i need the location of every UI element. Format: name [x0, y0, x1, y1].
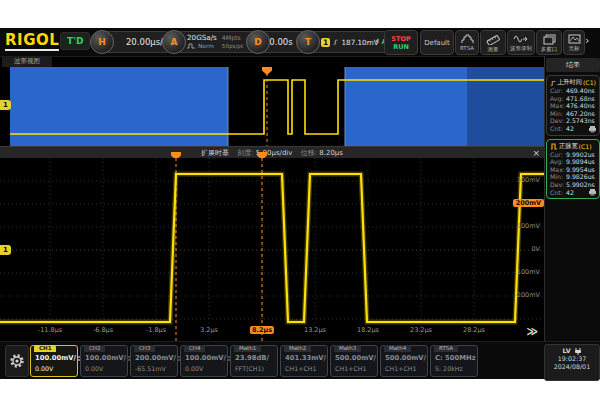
- overview-waveform: [0, 67, 544, 146]
- stop-label: STOP: [391, 35, 410, 43]
- channel-box-ch2[interactable]: CH2 100.00mV/ 0.00V: [80, 345, 128, 377]
- settings-button[interactable]: [5, 345, 29, 377]
- channel-tab: Math2: [284, 345, 311, 352]
- screenshot-root: RIGOL T'D 20.00μs/ H 20GSa/s Norm 4Mpts …: [0, 0, 600, 400]
- rtsa-spectrum-icon: [461, 34, 474, 44]
- waveform-view-tab-label: 波形视图: [14, 57, 40, 66]
- channel-box-ch4[interactable]: CH4 100.00mV/ 0.00V: [180, 345, 228, 377]
- trigger-knob-button[interactable]: T: [296, 30, 320, 54]
- expand-chevron[interactable]: ›: [585, 34, 589, 47]
- time-label-3: 3.2μs: [200, 326, 218, 334]
- channel-box-math4[interactable]: Math4 500.00mV/ CH1+CH1: [380, 345, 428, 377]
- default-label: Default: [424, 39, 450, 47]
- volt-label-300mv: 300mV: [517, 176, 540, 184]
- time-label-8: 28.2μs: [463, 326, 485, 334]
- channel-tab: CH1: [34, 345, 56, 352]
- overview-strip[interactable]: 1: [0, 67, 544, 146]
- channel-box-ch1[interactable]: CH1 100.00mV/ 0.00V: [30, 345, 78, 377]
- expanded-channel1-tag[interactable]: 1: [0, 245, 11, 255]
- channel-scale: 200.00mV/: [135, 354, 176, 362]
- measurement-card-risetime[interactable]: 上升时间(C1) Cur:469.40ns Avg:471.68ns Max:4…: [546, 75, 600, 136]
- oscilloscope-ui: RIGOL T'D 20.00μs/ H 20GSa/s Norm 4Mpts …: [0, 28, 600, 378]
- collapse-chevron[interactable]: ‹: [375, 34, 379, 47]
- volt-label-0v: 0V: [531, 245, 540, 253]
- channel-tab: Math1: [234, 345, 261, 352]
- row-label: Dev:: [550, 181, 566, 189]
- plug-icon: [574, 348, 582, 355]
- trigger-level-value: 187.10mV: [342, 38, 379, 47]
- record-label: 波形录制: [510, 45, 532, 51]
- offset-value: 8.20μs: [319, 149, 343, 157]
- channel-box-rtsa[interactable]: RTSA C: 500MHz S: 20kHz: [430, 345, 478, 377]
- channel-offset: CH1+CH1: [285, 365, 317, 372]
- stop-run-button[interactable]: STOP RUN: [384, 30, 418, 55]
- row-label: Dev:: [550, 117, 566, 125]
- record-button[interactable]: 波形录制: [507, 30, 535, 55]
- row-label: Min:: [550, 110, 566, 118]
- horizontal-delay-value: 0.00s: [269, 37, 292, 47]
- sample-interval-value: 50ps/pt: [222, 42, 243, 50]
- waveform-view-tab[interactable]: 波形视图: [2, 56, 52, 67]
- cursor-label: 光标: [569, 45, 580, 51]
- clock-time: 19:02:37: [545, 355, 599, 363]
- channel-offset: -65.51mV: [135, 365, 166, 372]
- trigger-level-tag[interactable]: 200mV: [513, 199, 544, 207]
- measurement-card-pulsewidth[interactable]: 正脉宽(C1) Cur:9.9902us Avg:9.9894us Max:9.…: [546, 139, 600, 200]
- channel-offset: 0.00V: [85, 365, 103, 372]
- time-label-1: -6.8μs: [93, 326, 113, 334]
- rigol-logo: RIGOL: [5, 32, 59, 51]
- cursor-button[interactable]: 光标: [563, 30, 585, 55]
- multi-window-label: 多窗口: [541, 46, 558, 52]
- gear-icon: [9, 353, 25, 369]
- memory-depth-value: 4Mpts: [222, 34, 243, 42]
- row-label: Min:: [550, 173, 566, 181]
- channel-scale: 500.00mV/: [385, 354, 426, 362]
- top-toolbar: RIGOL T'D 20.00μs/ H 20GSa/s Norm 4Mpts …: [0, 28, 600, 57]
- expanded-waveform: [0, 158, 544, 341]
- row-label: Max:: [550, 102, 566, 110]
- system-status-box[interactable]: LV 19:02:37 2024/08/01: [544, 344, 600, 381]
- square-wave-icon: [187, 43, 196, 49]
- printer-icon[interactable]: [588, 188, 597, 196]
- measure-label: 测量: [488, 46, 499, 52]
- default-button[interactable]: Default: [420, 30, 454, 55]
- card-source: (C1): [579, 143, 592, 150]
- expanded-timebase-title: 扩展时基: [201, 149, 229, 157]
- channel-scale: 401.33mV/: [285, 354, 326, 362]
- offset-label: 位移:: [301, 149, 317, 157]
- channel-box-math2[interactable]: Math2 401.33mV/ CH1+CH1: [280, 345, 328, 377]
- delay-knob-button[interactable]: D: [246, 30, 270, 54]
- row-value: 9.9902us: [566, 151, 595, 159]
- row-value: 476.40ns: [566, 102, 595, 110]
- expanded-view[interactable]: 300mV 200mV 100mV 0V -100mV -200mV -11.8…: [0, 158, 544, 341]
- channel-offset: FFT(CH1): [235, 365, 264, 372]
- horizontal-knob-button[interactable]: H: [90, 30, 114, 54]
- multi-window-button[interactable]: 多窗口: [536, 30, 562, 55]
- time-label-7: 23.2μs: [410, 326, 432, 334]
- channel-scale: 500.00mV/: [335, 354, 376, 362]
- rise-time-icon: [550, 79, 556, 87]
- acquire-knob-button[interactable]: A: [162, 30, 186, 54]
- overview-channel1-tag[interactable]: 1: [0, 100, 11, 110]
- card-title: 正脉宽(C1): [550, 142, 596, 151]
- snapshot-icon: [568, 34, 581, 44]
- channel-scale: 23.98dB/: [235, 354, 269, 362]
- row-value: 467.20ns: [566, 110, 595, 118]
- channel-box-math1[interactable]: Math1 23.98dB/ FFT(CH1): [230, 345, 278, 377]
- measure-button[interactable]: 测量: [480, 30, 506, 55]
- rtsa-button[interactable]: RTSA: [455, 30, 479, 55]
- row-value: 42: [566, 189, 574, 197]
- menu-expand-icon[interactable]: ≫: [526, 326, 538, 337]
- waveform-record-icon: [513, 34, 529, 44]
- channel-box-math3[interactable]: Math3 500.00mV/ CH1+CH1: [330, 345, 378, 377]
- channel-box-ch3[interactable]: CH3 200.00mV/ -65.51mV: [130, 345, 178, 377]
- row-label: Cur:: [550, 151, 566, 159]
- volt-label-n200mv: -200mV: [514, 291, 540, 299]
- channel-offset: 0.00V: [35, 365, 53, 372]
- row-value: 9.9894us: [566, 158, 595, 166]
- time-label-5: 13.2μs: [304, 326, 326, 334]
- row-label: Avg:: [550, 95, 566, 103]
- printer-icon[interactable]: [588, 125, 597, 133]
- run-label: RUN: [393, 43, 409, 51]
- trigger-source-badge: 1: [321, 38, 330, 47]
